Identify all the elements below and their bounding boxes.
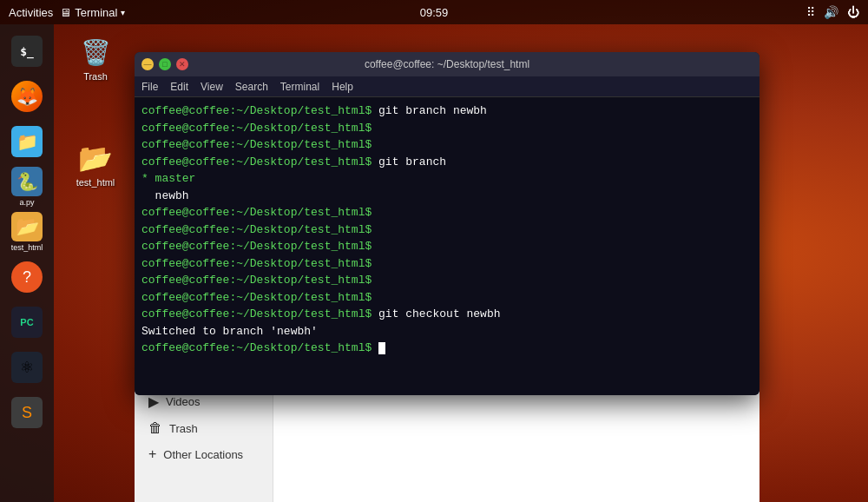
file-manager-panel: ▶ Videos 🗑 Trash + Other Locations (135, 380, 760, 502)
cmd-1: git branch newbh (378, 104, 487, 117)
terminal-dock-icon: $_ (11, 36, 43, 67)
terminal-line-current: coffee@coffee:~/Desktop/test_html$ (141, 340, 753, 357)
terminal-line-8: coffee@coffee:~/Desktop/test_html$ (141, 221, 753, 239)
volume-icon[interactable]: 🔊 (824, 5, 838, 19)
close-button[interactable]: ✕ (176, 58, 188, 70)
terminal-cursor (378, 342, 385, 354)
fm-trash-label: Trash (169, 422, 198, 435)
videos-label: Videos (166, 395, 201, 408)
cmd-4: git branch (378, 155, 446, 168)
sublime-icon: S (11, 397, 43, 428)
power-icon[interactable]: ⏻ (847, 5, 859, 19)
desktop-icons: 🗑️ Trash 📂 test_html (65, 35, 126, 188)
trash-icon: 🗑️ (78, 35, 113, 69)
topbar: Activities 🖥 Terminal ▾ 09:59 ⠿ 🔊 ⏻ (0, 0, 868, 24)
python-icon: 🐍 (11, 167, 43, 196)
terminal-menu[interactable]: 🖥 Terminal ▾ (60, 6, 125, 19)
terminal-line-checkout: coffee@coffee:~/Desktop/test_html$ git c… (141, 306, 753, 323)
menu-terminal[interactable]: Terminal (280, 81, 319, 93)
prompt-2: coffee@coffee:~/Desktop/test_html$ (141, 122, 372, 135)
dock-item-folder[interactable]: 📂 test_html (7, 212, 47, 252)
terminal-line-3: coffee@coffee:~/Desktop/test_html$ (141, 136, 753, 154)
prompt-current: coffee@coffee:~/Desktop/test_html$ (141, 341, 372, 354)
folder-icon: 📂 (11, 212, 43, 241)
minimize-button[interactable]: — (141, 58, 154, 70)
branch-newbh: newbh (141, 189, 189, 202)
activities-button[interactable]: Activities (9, 6, 53, 19)
chevron-down-icon: ▾ (121, 8, 125, 17)
videos-icon: ▶ (148, 393, 159, 410)
terminal-line-12: coffee@coffee:~/Desktop/test_html$ (141, 289, 753, 307)
dock-item-python[interactable]: 🐍 a.py (7, 167, 47, 207)
menu-edit[interactable]: Edit (170, 81, 188, 93)
prompt-1: coffee@coffee:~/Desktop/test_html$ (141, 104, 372, 117)
test-html-label: test_html (76, 177, 115, 188)
other-locations-label: Other Locations (163, 448, 243, 461)
terminal-body[interactable]: coffee@coffee:~/Desktop/test_html$ git b… (135, 97, 760, 395)
menu-file[interactable]: File (141, 81, 158, 93)
terminal-menubar: File Edit View Search Terminal Help (135, 76, 760, 97)
terminal-icon-small: 🖥 (60, 6, 71, 19)
firefox-icon: 🦊 (11, 81, 43, 112)
menu-help[interactable]: Help (332, 81, 353, 93)
system-tray: ⠿ 🔊 ⏻ (806, 5, 859, 19)
file-manager-content (273, 381, 760, 502)
window-controls: — □ ✕ (141, 58, 188, 70)
prompt-3: coffee@coffee:~/Desktop/test_html$ (141, 138, 372, 151)
dock-item-pycharm[interactable]: PC (7, 302, 47, 342)
terminal-line-1: coffee@coffee:~/Desktop/test_html$ git b… (141, 102, 753, 120)
terminal-branch-newbh: newbh (141, 188, 753, 205)
dock-item-help[interactable]: ? (7, 257, 47, 297)
fm-other-locations[interactable]: + Other Locations (135, 441, 273, 467)
trash-label: Trash (83, 71, 108, 82)
dock-item-terminal[interactable]: $_ (7, 31, 47, 71)
branch-star: * master (141, 172, 195, 185)
terminal-titlebar: — □ ✕ coffee@coffee: ~/Desktop/test_html (135, 52, 760, 76)
other-locations-icon: + (148, 446, 156, 462)
dock-item-atom[interactable]: ⚛ (7, 347, 47, 387)
prompt-4: coffee@coffee:~/Desktop/test_html$ (141, 155, 372, 168)
files-icon: 📁 (11, 126, 43, 157)
switched-text: Switched to branch 'newbh' (141, 325, 318, 338)
python-label: a.py (19, 198, 34, 207)
menu-view[interactable]: View (201, 81, 223, 93)
terminal-window-title: coffee@coffee: ~/Desktop/test_html (365, 58, 529, 70)
terminal-line-2: coffee@coffee:~/Desktop/test_html$ (141, 120, 753, 137)
terminal-line-11: coffee@coffee:~/Desktop/test_html$ (141, 272, 753, 289)
menu-search[interactable]: Search (235, 81, 268, 93)
dock-item-files[interactable]: 📁 (7, 122, 47, 162)
network-icon[interactable]: ⠿ (806, 5, 815, 19)
desktop-trash[interactable]: 🗑️ Trash (65, 35, 126, 82)
file-manager-sidebar: ▶ Videos 🗑 Trash + Other Locations (135, 381, 273, 502)
clock: 09:59 (420, 6, 449, 19)
dock-item-sublime[interactable]: S (7, 393, 47, 433)
maximize-button[interactable]: □ (159, 58, 171, 70)
terminal-line-9: coffee@coffee:~/Desktop/test_html$ (141, 238, 753, 255)
terminal-line-10: coffee@coffee:~/Desktop/test_html$ (141, 255, 753, 273)
folder-label: test_html (11, 243, 43, 252)
dock-item-firefox[interactable]: 🦊 (7, 76, 47, 116)
desktop: Activities 🖥 Terminal ▾ 09:59 ⠿ 🔊 ⏻ $_ 🦊… (0, 0, 868, 502)
pycharm-icon: PC (11, 307, 43, 338)
cmd-checkout: git checkout newbh (378, 307, 500, 320)
terminal-branch-star: * master (141, 170, 753, 188)
terminal-line-switched: Switched to branch 'newbh' (141, 323, 753, 340)
dock: $_ 🦊 📁 🐍 a.py 📂 test_html ? PC ⚛ (0, 24, 54, 502)
terminal-line-4: coffee@coffee:~/Desktop/test_html$ git b… (141, 154, 753, 171)
folder-desktop-icon: 📂 (78, 141, 113, 175)
fm-trash-icon: 🗑 (148, 420, 162, 436)
prompt-checkout: coffee@coffee:~/Desktop/test_html$ (141, 307, 372, 320)
terminal-line-7: coffee@coffee:~/Desktop/test_html$ (141, 204, 753, 221)
fm-trash[interactable]: 🗑 Trash (135, 415, 273, 441)
atom-icon: ⚛ (11, 352, 43, 383)
terminal-window: — □ ✕ coffee@coffee: ~/Desktop/test_html… (135, 52, 760, 395)
help-icon: ? (11, 261, 43, 293)
desktop-test-html[interactable]: 📂 test_html (65, 141, 126, 188)
